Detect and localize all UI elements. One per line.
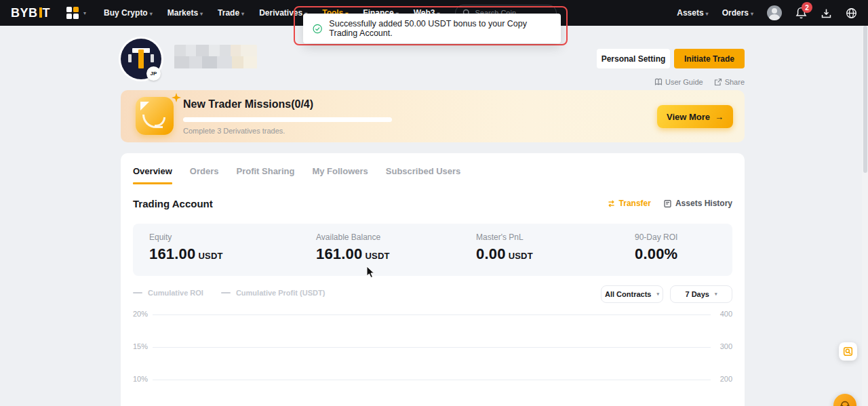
trading-overview-card xyxy=(121,153,745,406)
legend-cumulative-profit[interactable]: Cumulative Profit (USDT) xyxy=(221,289,325,297)
success-toast: Successfully added 50.00 USDT bonus to y… xyxy=(303,14,561,43)
initiate-trade-button[interactable]: Initiate Trade xyxy=(674,49,745,68)
right-axis-tick: 200 xyxy=(720,375,732,383)
stat-value: 161.00USDT xyxy=(316,245,390,263)
missions-gift-icon xyxy=(136,97,174,135)
stat-label: 90-Day ROI xyxy=(635,232,680,242)
gridline xyxy=(153,314,711,315)
account-stats-panel: Equity 161.00USDT Available Balance 161.… xyxy=(133,224,732,276)
stat-unit: USDT xyxy=(366,251,390,261)
chevron-down-icon: ▾ xyxy=(715,291,717,297)
tab-subscribed-users[interactable]: Subscribed Users xyxy=(386,166,461,184)
chevron-down-icon: ▾ xyxy=(656,291,659,297)
stat-unit: USDT xyxy=(509,251,533,261)
headset-icon xyxy=(840,400,850,406)
success-check-icon xyxy=(313,23,322,35)
support-chat-button[interactable] xyxy=(833,394,856,406)
share-link[interactable]: Share xyxy=(714,78,745,86)
page-scrollbar[interactable] xyxy=(862,26,868,406)
left-axis-tick: 20% xyxy=(133,310,148,318)
avatar-logo-part xyxy=(128,54,132,62)
nav-item-markets[interactable]: Markets▾ xyxy=(167,8,203,18)
document-icon xyxy=(663,199,672,208)
user-avatar-icon[interactable] xyxy=(767,5,782,20)
personal-setting-button[interactable]: Personal Setting xyxy=(597,49,670,68)
chevron-down-icon: ▾ xyxy=(150,11,153,17)
assets-history-link[interactable]: Assets History xyxy=(663,199,732,208)
nav-item-label: Assets xyxy=(677,8,703,18)
tab-my-followers[interactable]: My Followers xyxy=(312,166,368,184)
share-label: Share xyxy=(725,78,745,86)
missions-description: Complete 3 Derivatives trades. xyxy=(183,127,285,135)
bybit-logo[interactable]: BYBT xyxy=(11,6,50,20)
nav-item-assets[interactable]: Assets▾ xyxy=(677,8,708,18)
trader-avatar[interactable]: JP xyxy=(121,39,161,79)
contracts-filter-value: All Contracts xyxy=(605,290,651,298)
logo-bar-icon xyxy=(39,7,42,18)
stat-number: 161.00 xyxy=(316,245,363,262)
legend-label: Cumulative ROI xyxy=(148,289,203,297)
username-blurred xyxy=(174,45,257,68)
gridline xyxy=(153,347,711,348)
icon-fold xyxy=(140,102,149,110)
chevron-down-icon: ▾ xyxy=(83,10,86,16)
stat-unit: USDT xyxy=(199,251,223,261)
guide-share-row: User Guide Share xyxy=(663,76,745,88)
chevron-down-icon: ▾ xyxy=(200,11,203,17)
chart-grid-row: 20% 400 xyxy=(133,310,732,319)
sparkle-icon xyxy=(172,93,181,102)
period-filter-dropdown[interactable]: 7 Days ▾ xyxy=(670,285,732,303)
icon-leaf xyxy=(155,117,165,127)
tab-overview[interactable]: Overview xyxy=(133,166,172,184)
nav-item-derivatives[interactable]: Derivatives▾ xyxy=(259,8,307,18)
nav-right-cluster: Assets▾ Orders▾ 2 xyxy=(677,5,857,20)
arrow-right-icon: → xyxy=(715,112,724,122)
language-globe-icon[interactable] xyxy=(846,7,857,19)
assets-history-label: Assets History xyxy=(675,199,732,208)
chevron-down-icon: ▾ xyxy=(706,11,709,17)
right-axis-tick: 300 xyxy=(720,342,732,350)
stat-value: 161.00USDT xyxy=(149,245,223,263)
view-more-button[interactable]: View More → xyxy=(657,105,733,128)
view-more-label: View More xyxy=(667,112,710,122)
scrollbar-thumb[interactable] xyxy=(863,26,867,173)
tab-orders[interactable]: Orders xyxy=(190,166,219,184)
grid-cells-icon xyxy=(66,7,79,19)
notifications-button[interactable]: 2 xyxy=(795,7,807,19)
left-axis-tick: 15% xyxy=(133,342,148,350)
legend-line-icon xyxy=(221,292,231,293)
left-axis-tick: 10% xyxy=(133,375,148,383)
stat-label: Equity xyxy=(149,232,223,242)
stat-label: Master's PnL xyxy=(476,232,533,242)
transfer-label: Transfer xyxy=(619,199,651,208)
right-axis-tick: 400 xyxy=(720,310,732,318)
nav-item-label: Buy Crypto xyxy=(104,8,148,18)
contracts-filter-dropdown[interactable]: All Contracts ▾ xyxy=(601,285,663,303)
transfer-link[interactable]: Transfer xyxy=(607,199,651,208)
logo-text-suffix: T xyxy=(43,6,51,20)
download-app-icon[interactable] xyxy=(821,7,832,19)
avatar-logo-part xyxy=(151,54,154,62)
user-guide-link[interactable]: User Guide xyxy=(654,78,703,86)
missions-progress-bar xyxy=(183,117,392,122)
period-filter-value: 7 Days xyxy=(686,290,709,298)
tab-profit-sharing[interactable]: Profit Sharing xyxy=(236,166,294,184)
share-external-icon xyxy=(714,78,722,86)
document-search-icon xyxy=(843,346,853,357)
nav-item-buy-crypto[interactable]: Buy Crypto▾ xyxy=(104,8,153,18)
toast-message: Successfully added 50.00 USDT bonus to y… xyxy=(329,19,551,38)
nav-item-orders[interactable]: Orders▾ xyxy=(722,8,753,18)
legend-cumulative-roi[interactable]: Cumulative ROI xyxy=(133,289,203,297)
apps-grid-icon[interactable]: ▾ xyxy=(66,7,86,19)
gridline xyxy=(153,380,711,380)
transfer-swap-icon xyxy=(607,199,616,208)
avatar-t-stem xyxy=(138,49,144,68)
nav-item-trade[interactable]: Trade▾ xyxy=(218,8,244,18)
chart-grid-row: 10% 200 xyxy=(133,375,732,384)
nav-item-label: Markets xyxy=(167,8,198,18)
nav-item-label: Orders xyxy=(722,8,749,18)
inspect-widget-button[interactable] xyxy=(839,342,857,361)
stat-value: 0.00USDT xyxy=(476,245,533,263)
copy-trading-page: BYBT ▾ Buy Crypto▾ Markets▾ Trade▾ Deriv… xyxy=(0,0,868,406)
trading-account-title: Trading Account xyxy=(133,198,213,209)
